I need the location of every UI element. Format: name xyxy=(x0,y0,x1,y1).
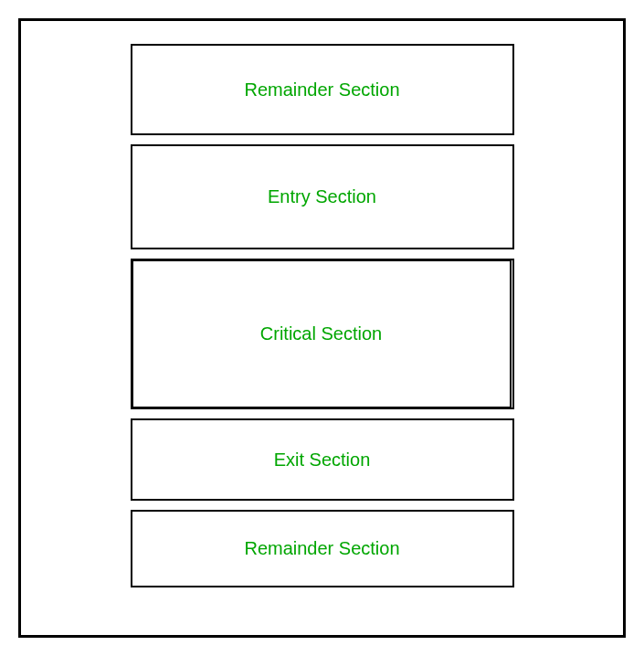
remainder-section-bottom: Remainder Section xyxy=(131,510,514,587)
diagram-container: Remainder Section Entry Section Critical… xyxy=(18,18,626,638)
critical-section: Critical Section xyxy=(131,259,514,409)
remainder-top-label: Remainder Section xyxy=(244,79,399,101)
exit-section: Exit Section xyxy=(131,418,514,501)
critical-label: Critical Section xyxy=(260,323,382,344)
exit-label: Exit Section xyxy=(274,450,371,471)
remainder-bottom-label: Remainder Section xyxy=(244,538,399,559)
remainder-section-top: Remainder Section xyxy=(131,44,514,135)
entry-label: Entry Section xyxy=(268,186,376,207)
entry-section: Entry Section xyxy=(131,144,514,249)
